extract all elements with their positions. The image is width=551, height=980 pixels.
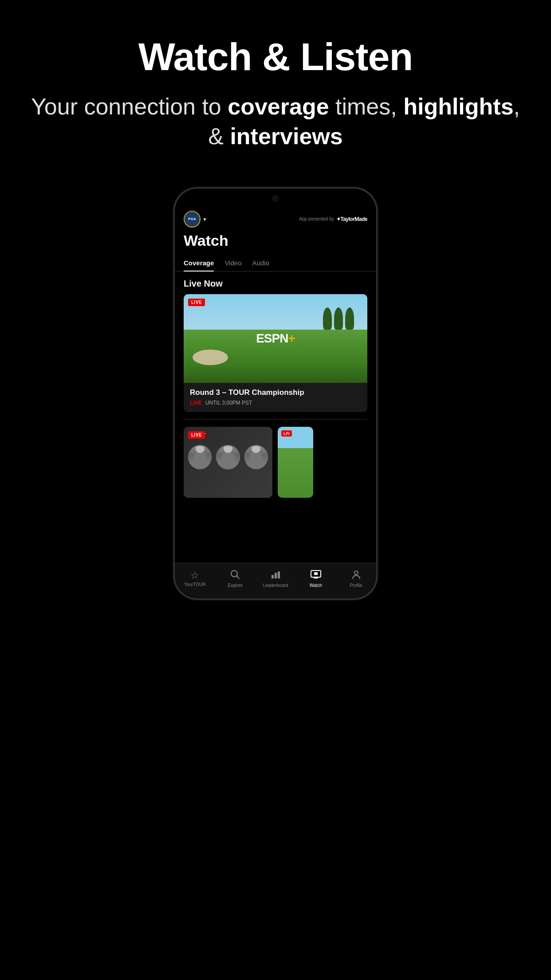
player-silhouette-2	[217, 446, 239, 468]
nav-leaderboard[interactable]: Leaderboard	[260, 570, 291, 588]
section-divider	[184, 419, 367, 420]
player-avatar-1	[188, 445, 212, 469]
watch-page-title: Watch	[184, 232, 367, 249]
subtitle-text-2: times,	[329, 94, 404, 119]
nav-explore-label: Explore	[228, 583, 243, 588]
live-indicator: LIVE	[190, 400, 202, 406]
live-badge-main: LIVE	[188, 299, 205, 306]
small-card-1[interactable]: LIVE ESPN+	[184, 427, 272, 498]
taylormade-logo: ✦TaylorMade	[336, 216, 367, 222]
hero-subtitle: Your connection to coverage times, highl…	[27, 92, 524, 152]
player-avatar-3	[244, 445, 268, 469]
logo-area[interactable]: PGA ▾	[184, 211, 206, 228]
pga-logo: PGA	[184, 211, 201, 228]
live-card-image: LIVE ESPN+	[184, 294, 367, 383]
small-card-1-bg: LIVE ESPN+	[184, 427, 272, 498]
header-top-row: PGA ▾ App presented by ✦TaylorMade	[184, 211, 367, 228]
tab-video[interactable]: Video	[224, 259, 241, 271]
svg-rect-6	[314, 572, 318, 575]
svg-rect-3	[275, 573, 277, 579]
bar-chart-icon	[271, 570, 280, 581]
main-live-card[interactable]: LIVE ESPN+ Round 3 – TOUR Championship L…	[184, 294, 367, 412]
dropdown-arrow-icon[interactable]: ▾	[203, 216, 206, 223]
live-now-title: Live Now	[175, 272, 376, 294]
tab-bar: Coverage Video Audio	[175, 259, 376, 272]
tab-audio[interactable]: Audio	[252, 259, 269, 271]
presented-by-label: App presented by	[299, 216, 334, 221]
svg-line-1	[236, 576, 239, 579]
player-silhouette-1	[189, 446, 211, 468]
hero-title: Watch & Listen	[27, 35, 524, 79]
nav-yourtour[interactable]: ☆ YourTOUR	[179, 571, 210, 587]
subtitle-bold-2: highlights	[403, 94, 513, 119]
nav-profile[interactable]: Profile	[341, 570, 372, 588]
course-live-badge: LIV	[281, 430, 292, 437]
small-card-1-top: LIVE ESPN+	[184, 427, 272, 441]
player-silhouette-3	[245, 446, 267, 468]
phone-frame: PGA ▾ App presented by ✦TaylorMade Watch	[173, 187, 378, 600]
tab-coverage[interactable]: Coverage	[184, 259, 214, 271]
subtitle-bold-1: coverage	[228, 94, 329, 119]
presented-by: App presented by ✦TaylorMade	[299, 216, 367, 222]
espn-plus-logo-main: ESPN+	[256, 331, 295, 346]
players-group	[184, 441, 272, 474]
svg-point-8	[354, 571, 358, 575]
player-avatar-2	[216, 445, 240, 469]
tree-group	[323, 307, 354, 330]
subtitle-bold-3: interviews	[230, 123, 342, 149]
nav-watch[interactable]: Watch	[300, 570, 331, 588]
camera-notch	[272, 195, 279, 202]
nav-profile-label: Profile	[350, 583, 362, 588]
svg-rect-2	[272, 575, 274, 579]
small-cards-row: LIVE ESPN+	[175, 421, 376, 498]
nav-yourtour-label: YourTOUR	[184, 582, 205, 587]
nav-leaderboard-label: Leaderboard	[263, 583, 288, 588]
phone-screen: PGA ▾ App presented by ✦TaylorMade Watch	[175, 189, 376, 598]
scroll-content: Live Now LIVE ESPN+	[175, 272, 376, 563]
app-content: PGA ▾ App presented by ✦TaylorMade Watch	[175, 189, 376, 598]
small-card-course[interactable]: LIV	[278, 427, 313, 498]
golf-bunker	[193, 350, 228, 365]
star-icon: ☆	[190, 571, 199, 580]
hero-section: Watch & Listen Your connection to covera…	[0, 0, 551, 169]
small-live-badge: LIVE	[188, 431, 205, 439]
live-card-info: Round 3 – TOUR Championship LIVE UNTIL 3…	[184, 383, 367, 412]
subtitle-text-1: Your connection to	[31, 94, 228, 119]
search-icon	[230, 570, 240, 581]
until-time: UNTIL 3:00PM PST	[205, 400, 252, 406]
person-icon	[351, 570, 361, 581]
phone-wrapper: PGA ▾ App presented by ✦TaylorMade Watch	[173, 187, 378, 600]
live-time-row: LIVE UNTIL 3:00PM PST	[190, 400, 361, 406]
nav-explore[interactable]: Explore	[220, 570, 251, 588]
svg-rect-4	[278, 571, 280, 579]
bottom-navigation: ☆ YourTOUR Explore	[175, 563, 376, 598]
nav-watch-label: Watch	[310, 583, 322, 588]
event-title: Round 3 – TOUR Championship	[190, 388, 361, 397]
tv-icon	[311, 570, 321, 581]
